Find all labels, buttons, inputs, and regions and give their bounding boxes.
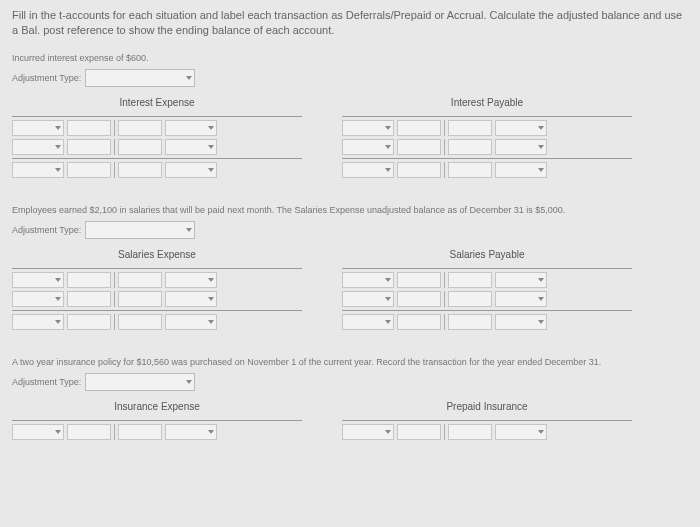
t-divider — [114, 314, 115, 330]
ref-select[interactable] — [342, 120, 394, 136]
debit-input[interactable] — [67, 314, 111, 330]
debit-input[interactable] — [397, 162, 441, 178]
table-row — [342, 272, 632, 288]
ref-select[interactable] — [495, 314, 547, 330]
ref-select[interactable] — [12, 314, 64, 330]
credit-input[interactable] — [448, 139, 492, 155]
tacc-3-left: Insurance Expense — [12, 401, 302, 443]
table-row — [342, 139, 632, 155]
credit-input[interactable] — [448, 291, 492, 307]
ref-select[interactable] — [12, 120, 64, 136]
t-divider — [114, 291, 115, 307]
problem-3: A two year insurance policy for $10,560 … — [12, 357, 688, 443]
debit-input[interactable] — [67, 139, 111, 155]
ref-select[interactable] — [12, 291, 64, 307]
ref-select[interactable] — [165, 120, 217, 136]
adjustment-type-select-2[interactable] — [85, 221, 195, 239]
credit-input[interactable] — [118, 314, 162, 330]
debit-input[interactable] — [397, 139, 441, 155]
ref-select[interactable] — [342, 424, 394, 440]
table-row — [12, 424, 302, 440]
problem-2: Employees earned $2,100 in salaries that… — [12, 205, 688, 333]
credit-input[interactable] — [448, 120, 492, 136]
tacc-3-left-title: Insurance Expense — [12, 401, 302, 412]
instructions-text: Fill in the t-accounts for each situatio… — [12, 8, 688, 39]
tacc-body — [12, 420, 302, 440]
ref-select[interactable] — [165, 424, 217, 440]
adjustment-label-2: Adjustment Type: — [12, 225, 81, 235]
tacc-body — [12, 116, 302, 178]
debit-input[interactable] — [67, 162, 111, 178]
t-divider — [114, 139, 115, 155]
adjustment-row-3: Adjustment Type: — [12, 373, 688, 391]
taccounts-1: Interest Expense — [12, 97, 688, 181]
adjustment-label-3: Adjustment Type: — [12, 377, 81, 387]
chevron-down-icon — [538, 430, 544, 434]
tacc-2-right-title: Salaries Payable — [342, 249, 632, 260]
t-divider — [444, 120, 445, 136]
tacc-3-right: Prepaid Insurance — [342, 401, 632, 443]
debit-input[interactable] — [67, 120, 111, 136]
chevron-down-icon — [385, 168, 391, 172]
credit-input[interactable] — [118, 120, 162, 136]
ref-select[interactable] — [495, 424, 547, 440]
balance-rule — [12, 310, 302, 311]
ref-select[interactable] — [495, 120, 547, 136]
credit-input[interactable] — [448, 314, 492, 330]
taccounts-2: Salaries Expense — [12, 249, 688, 333]
ref-select[interactable] — [165, 162, 217, 178]
t-divider — [444, 314, 445, 330]
chevron-down-icon — [538, 168, 544, 172]
credit-input[interactable] — [118, 139, 162, 155]
debit-input[interactable] — [397, 424, 441, 440]
ref-select[interactable] — [495, 291, 547, 307]
ref-select[interactable] — [342, 272, 394, 288]
table-row — [342, 162, 632, 178]
adjustment-type-select-3[interactable] — [85, 373, 195, 391]
chevron-down-icon — [208, 168, 214, 172]
chevron-down-icon — [208, 297, 214, 301]
problem-2-text: Employees earned $2,100 in salaries that… — [12, 205, 688, 215]
credit-input[interactable] — [448, 272, 492, 288]
adjustment-label-1: Adjustment Type: — [12, 73, 81, 83]
t-divider — [444, 162, 445, 178]
tacc-1-left: Interest Expense — [12, 97, 302, 181]
ref-select[interactable] — [342, 314, 394, 330]
debit-input[interactable] — [67, 424, 111, 440]
ref-select[interactable] — [12, 139, 64, 155]
debit-input[interactable] — [67, 272, 111, 288]
debit-input[interactable] — [397, 120, 441, 136]
credit-input[interactable] — [118, 162, 162, 178]
credit-input[interactable] — [448, 424, 492, 440]
debit-input[interactable] — [397, 314, 441, 330]
tacc-body — [342, 116, 632, 178]
ref-select[interactable] — [495, 272, 547, 288]
chevron-down-icon — [538, 297, 544, 301]
ref-select[interactable] — [342, 291, 394, 307]
credit-input[interactable] — [448, 162, 492, 178]
ref-select[interactable] — [342, 139, 394, 155]
chevron-down-icon — [208, 126, 214, 130]
chevron-down-icon — [385, 145, 391, 149]
debit-input[interactable] — [397, 272, 441, 288]
ref-select[interactable] — [165, 139, 217, 155]
debit-input[interactable] — [67, 291, 111, 307]
tacc-1-right-title: Interest Payable — [342, 97, 632, 108]
ref-select[interactable] — [165, 314, 217, 330]
ref-select[interactable] — [165, 291, 217, 307]
ref-select[interactable] — [165, 272, 217, 288]
credit-input[interactable] — [118, 272, 162, 288]
ref-select[interactable] — [12, 272, 64, 288]
chevron-down-icon — [208, 430, 214, 434]
ref-select[interactable] — [12, 162, 64, 178]
chevron-down-icon — [208, 320, 214, 324]
ref-select[interactable] — [495, 139, 547, 155]
ref-select[interactable] — [495, 162, 547, 178]
debit-input[interactable] — [397, 291, 441, 307]
chevron-down-icon — [385, 297, 391, 301]
credit-input[interactable] — [118, 424, 162, 440]
adjustment-type-select-1[interactable] — [85, 69, 195, 87]
ref-select[interactable] — [342, 162, 394, 178]
credit-input[interactable] — [118, 291, 162, 307]
ref-select[interactable] — [12, 424, 64, 440]
